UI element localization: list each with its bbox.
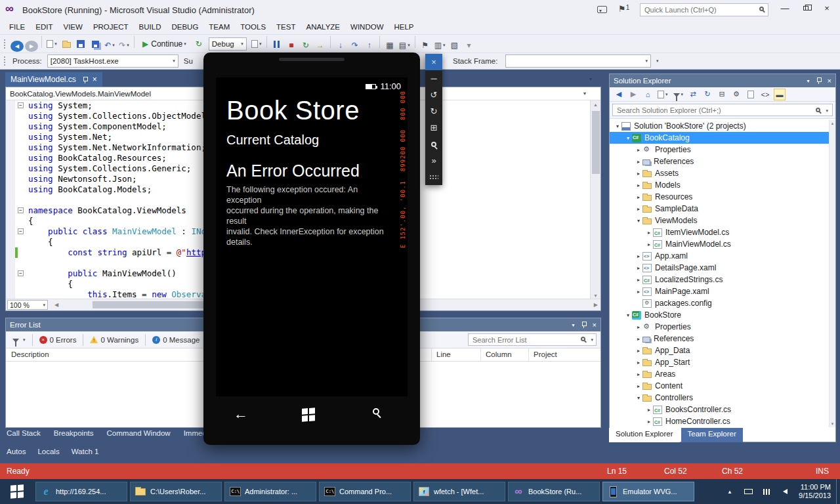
scrollbar-thumb[interactable] <box>592 111 600 174</box>
restore-button[interactable] <box>795 0 816 16</box>
tree-item-content[interactable]: ▸Content <box>610 380 835 392</box>
notifications-flag-icon[interactable]: ⚑1 <box>618 4 629 14</box>
rotate-left-icon[interactable]: ↺ <box>425 87 442 103</box>
windows-start-icon[interactable] <box>302 408 315 421</box>
tree-item-bookscontroller-cs[interactable]: ▸BooksController.cs <box>610 404 835 415</box>
tab-locals[interactable]: Locals <box>37 448 59 455</box>
quick-launch-input[interactable] <box>643 5 752 15</box>
tree-item-references[interactable]: ▸References <box>610 156 835 167</box>
menu-item-analyze[interactable]: ANALYZE <box>301 21 345 33</box>
filter-button[interactable]: ▾ <box>9 333 30 346</box>
tree-item-controllers[interactable]: ▾Controllers <box>610 392 835 404</box>
menu-item-project[interactable]: PROJECT <box>88 21 134 33</box>
windows-phone-emulator[interactable]: 11:00 Book Store Current Catalog An Erro… <box>203 52 420 445</box>
network-icon[interactable] <box>760 485 773 498</box>
window-position-caret[interactable]: ▾ <box>572 322 575 328</box>
toolbar-overflow-caret[interactable]: ▾ <box>463 39 476 52</box>
expander-icon[interactable]: ▸ <box>635 159 642 165</box>
errors-filter-button[interactable]: 0 Errors <box>35 333 81 346</box>
expander-icon[interactable]: ▸ <box>635 324 642 330</box>
expander-icon[interactable]: ▸ <box>635 265 642 271</box>
menu-item-view[interactable]: VIEW <box>58 21 88 33</box>
pending-filter-icon[interactable]: ▾ <box>672 89 685 100</box>
forward-icon[interactable]: ▶ <box>627 89 639 100</box>
tree-item-localizedstrings-cs[interactable]: ▸LocalizedStrings.cs <box>610 274 835 285</box>
expander-icon[interactable]: ▸ <box>635 194 642 200</box>
tree-item-resources[interactable]: ▸Resources <box>610 191 835 203</box>
fold-toggle-icon[interactable]: − <box>18 228 24 234</box>
expander-icon[interactable]: ▸ <box>635 182 642 188</box>
continue-button[interactable]: ▶ Continue ▾ <box>140 39 189 49</box>
show-all-files-icon[interactable] <box>745 89 757 100</box>
chevron-down-icon[interactable]: ▾ <box>826 108 828 114</box>
pin-icon[interactable] <box>581 322 586 328</box>
expander-icon[interactable]: ▸ <box>635 289 642 295</box>
expander-icon[interactable]: ▸ <box>635 206 642 212</box>
new-file-icon[interactable]: ▾ <box>45 37 58 51</box>
solution-explorer-search-input[interactable] <box>616 105 799 115</box>
solution-configuration-dropdown[interactable]: Debug▾ <box>209 37 247 51</box>
column-description[interactable]: Description <box>11 350 49 358</box>
menu-item-tools[interactable]: TOOLS <box>235 21 271 33</box>
collapse-all-icon[interactable]: ⊟ <box>716 89 728 100</box>
show-hidden-icons-button[interactable]: ▴ <box>723 485 736 498</box>
start-button[interactable] <box>0 479 34 504</box>
toolbar-overflow-caret[interactable]: ▾ <box>656 58 659 64</box>
feedback-icon[interactable] <box>597 6 607 13</box>
tree-item-solution-bookstore-2-projects[interactable]: ▾Solution 'BookStore' (2 projects) <box>610 120 835 132</box>
expander-icon[interactable]: ▸ <box>645 242 653 247</box>
tree-item-app-data[interactable]: ▸App_Data <box>610 345 835 356</box>
taskbar-button-bookstore-ru[interactable]: ∞BookStore (Ru... <box>508 482 600 501</box>
home-icon[interactable]: ⌂ <box>642 89 654 100</box>
process-dropdown[interactable]: [2080] TaskHost.exe▾ <box>47 54 178 68</box>
expander-icon[interactable]: ▾ <box>635 395 642 401</box>
restart-debug-icon[interactable]: ↻ <box>299 39 312 52</box>
undo-icon[interactable]: ↶▾ <box>103 39 116 52</box>
tree-item-homecontroller-cs[interactable]: ▸HomeController.cs <box>610 415 835 427</box>
tree-item-detailspage-xaml[interactable]: ▸DetailsPage.xaml <box>610 262 835 274</box>
pin-icon[interactable] <box>83 77 87 83</box>
nav-forward-icon[interactable]: ▶ <box>25 41 38 52</box>
tab-command-window[interactable]: Command Window <box>107 429 171 437</box>
tab-team-explorer[interactable]: Team Explorer <box>681 428 743 442</box>
tree-item-references[interactable]: ▸References <box>610 333 835 345</box>
taskbar-button-http-169-254[interactable]: ehttp://169.254... <box>35 482 127 501</box>
tree-scrollbar[interactable]: ▲ ▼ <box>829 120 835 427</box>
document-well-caret[interactable]: ▾ <box>589 76 592 82</box>
tab-breakpoints[interactable]: Breakpoints <box>54 429 94 437</box>
expander-icon[interactable]: ▾ <box>624 135 632 141</box>
quick-launch-box[interactable] <box>640 3 768 16</box>
properties-icon[interactable]: ⚙ <box>730 89 742 100</box>
grip-handle[interactable] <box>425 169 442 185</box>
stack-frame-dropdown[interactable]: ▾ <box>505 54 651 68</box>
tree-item-app-xaml[interactable]: ▸App.xaml <box>610 250 835 262</box>
expander-icon[interactable]: ▸ <box>645 230 653 236</box>
window-position-caret[interactable]: ▾ <box>807 78 810 84</box>
task-list-icon[interactable]: ▥▾ <box>433 39 447 52</box>
step-out-icon[interactable]: ↑ <box>363 39 376 52</box>
toolbar-grip[interactable] <box>3 56 7 66</box>
menu-item-window[interactable]: WINDOW <box>345 21 388 33</box>
taskbar-button-emulator-wvg[interactable]: Emulator WVG... <box>602 482 694 501</box>
taskbar-clock[interactable]: 11:00 PM 9/15/2013 <box>799 483 831 500</box>
fit-to-screen-icon[interactable]: ⊞ <box>425 119 442 136</box>
chevron-down-icon[interactable]: ▾ <box>583 91 597 96</box>
menu-item-file[interactable]: FILE <box>4 21 30 33</box>
back-button-icon[interactable]: ← <box>234 406 248 423</box>
taskbar-button-wfetch-wfet[interactable]: fwfetch - [Wfet... <box>413 482 505 501</box>
fold-toggle-icon[interactable]: − <box>18 102 24 108</box>
expander-icon[interactable]: ▾ <box>624 312 632 318</box>
open-file-icon[interactable] <box>60 37 73 51</box>
expander-icon[interactable]: ▸ <box>635 348 642 354</box>
sync-with-active-document-icon[interactable]: ⇄ <box>687 89 699 100</box>
tree-item-assets[interactable]: ▸Assets <box>610 167 835 179</box>
close-tab-icon[interactable]: × <box>93 75 97 84</box>
tree-item-sampledata[interactable]: ▸SampleData <box>610 203 835 215</box>
switch-views-icon[interactable]: ▾ <box>656 89 669 100</box>
diagnostics-icon[interactable]: ▤▾ <box>398 39 411 52</box>
taskbar-button-c-users-rober[interactable]: C:\Users\Rober... <box>130 482 222 501</box>
tree-item-viewmodels[interactable]: ▾ViewModels <box>610 215 835 226</box>
messages-filter-button[interactable]: 0 Message <box>148 333 203 346</box>
column-line[interactable]: Line <box>436 350 451 358</box>
menu-item-debug[interactable]: DEBUG <box>166 21 203 33</box>
